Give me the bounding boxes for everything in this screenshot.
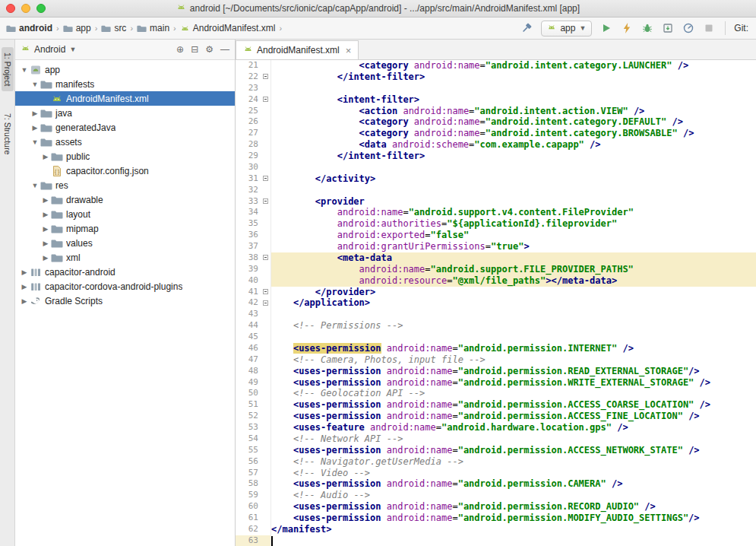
run-config-selector[interactable]: app ▼	[541, 21, 592, 37]
code-line-35[interactable]: 35 android:authorities="${applicationId}…	[236, 218, 756, 230]
fold-marker-icon[interactable]	[263, 289, 268, 294]
code-line-23[interactable]: 23	[236, 83, 756, 94]
tool-button-project[interactable]: 1: Project	[2, 47, 14, 91]
tree-item-xml[interactable]: ▶xml	[15, 250, 235, 265]
breadcrumb-item-androidmanifest-xml[interactable]: AndroidManifest.xml	[179, 21, 277, 35]
code-line-58[interactable]: 58 <uses-permission android:name="androi…	[236, 478, 756, 490]
code-line-57[interactable]: 57 <!-- Video -->	[236, 468, 756, 479]
code-line-43[interactable]: 43	[236, 309, 756, 320]
locate-file-icon[interactable]: ⊕	[176, 44, 184, 55]
tree-item-androidmanifest-xml[interactable]: AndroidManifest.xml	[15, 91, 235, 106]
build-hammer-icon[interactable]	[519, 21, 534, 36]
zoom-window-button[interactable]	[36, 4, 46, 13]
tree-item-java[interactable]: ▶java	[15, 106, 235, 120]
code-line-25[interactable]: 25 <action android:name="android.intent.…	[236, 106, 756, 117]
code-line-55[interactable]: 55 <uses-permission android:name="androi…	[236, 445, 756, 456]
code-line-27[interactable]: 27 <category android:name="android.inten…	[236, 128, 756, 139]
code-line-62[interactable]: 62</manifest>	[236, 524, 756, 535]
code-line-60[interactable]: 60 <uses-permission android:name="androi…	[236, 501, 756, 513]
code-line-61[interactable]: 61 <uses-permission android:name="androi…	[236, 513, 756, 524]
run-button[interactable]	[599, 21, 614, 36]
chevron-right-icon[interactable]: ▶	[30, 124, 40, 132]
code-line-21[interactable]: 21 <category android:name="android.inten…	[236, 60, 756, 71]
code-line-29[interactable]: 29 </intent-filter>	[236, 151, 756, 162]
code-line-53[interactable]: 53 <uses-feature android:name="android.h…	[236, 422, 756, 433]
project-view-selector[interactable]: Android ▼	[21, 43, 76, 56]
code-line-38[interactable]: 38 <meta-data	[236, 252, 756, 264]
code-line-46[interactable]: 46 <uses-permission android:name="androi…	[236, 343, 756, 354]
code-line-28[interactable]: 28 <data android:scheme="com.example.cap…	[236, 139, 756, 151]
attach-debugger-button[interactable]	[660, 21, 675, 36]
close-window-button[interactable]	[6, 4, 15, 13]
tree-item-layout[interactable]: ▶layout	[15, 207, 235, 221]
tree-item-values[interactable]: ▶values	[15, 236, 235, 250]
profiler-button[interactable]	[681, 21, 696, 36]
minimize-window-button[interactable]	[21, 4, 30, 13]
code-line-31[interactable]: 31 </activity>	[236, 173, 756, 185]
chevron-right-icon[interactable]: ▶	[41, 211, 50, 218]
code-line-37[interactable]: 37 android:grantUriPermissions="true">	[236, 241, 756, 252]
fold-marker-icon[interactable]	[263, 255, 268, 260]
breadcrumb-item-main[interactable]: main	[135, 21, 171, 35]
chevron-right-icon[interactable]: ▶	[30, 110, 40, 117]
fold-marker-icon[interactable]	[263, 176, 268, 181]
code-line-54[interactable]: 54 <!-- Network API -->	[236, 433, 756, 445]
tree-item-assets[interactable]: ▼assets	[15, 135, 235, 149]
tree-item-capacitor-cordova-android-plugins[interactable]: ▶capacitor-cordova-android-plugins	[15, 279, 235, 294]
code-line-33[interactable]: 33 <provider	[236, 196, 756, 208]
breadcrumb-item-src[interactable]: src	[100, 21, 128, 35]
code-line-40[interactable]: 40 android:resource="@xml/file_paths"></…	[236, 275, 756, 287]
breadcrumb-item-app[interactable]: app	[62, 21, 93, 35]
code-line-56[interactable]: 56 <!-- Navigator.getUserMedia -->	[236, 456, 756, 468]
tree-item-manifests[interactable]: ▼manifests	[15, 77, 235, 91]
code-line-42[interactable]: 42 </application>	[236, 297, 756, 309]
code-line-32[interactable]: 32	[236, 185, 756, 196]
chevron-right-icon[interactable]: ▶	[20, 283, 29, 290]
tree-item-generatedjava[interactable]: ▶generatedJava	[15, 120, 235, 135]
code-line-47[interactable]: 47 <!-- Camera, Photos, input file -->	[236, 354, 756, 366]
tree-item-res[interactable]: ▼res	[15, 178, 235, 192]
code-line-51[interactable]: 51 <uses-permission android:name="androi…	[236, 399, 756, 411]
apply-changes-button[interactable]	[619, 21, 634, 36]
tree-item-capacitor-android[interactable]: ▶capacitor-android	[15, 265, 235, 279]
code-line-52[interactable]: 52 <uses-permission android:name="androi…	[236, 411, 756, 422]
chevron-right-icon[interactable]: ▶	[20, 268, 29, 276]
code-line-24[interactable]: 24 <intent-filter>	[236, 94, 756, 106]
code-editor[interactable]: 21 <category android:name="android.inten…	[236, 60, 756, 546]
tree-item-app[interactable]: ▼app	[15, 62, 235, 77]
chevron-down-icon[interactable]: ▼	[20, 66, 29, 74]
breadcrumb-item-android[interactable]: android	[5, 21, 54, 35]
code-line-63[interactable]: 63	[236, 535, 756, 546]
chevron-right-icon[interactable]: ▶	[20, 297, 29, 305]
code-line-30[interactable]: 30	[236, 162, 756, 173]
code-line-50[interactable]: 50 <!-- Geolocation API -->	[236, 388, 756, 399]
settings-icon[interactable]: ⚙	[205, 44, 214, 55]
code-line-59[interactable]: 59 <!-- Audio -->	[236, 490, 756, 501]
code-line-45[interactable]: 45	[236, 332, 756, 343]
code-line-34[interactable]: 34 android:name="android.support.v4.cont…	[236, 207, 756, 218]
tree-item-mipmap[interactable]: ▶mipmap	[15, 221, 235, 236]
tree-item-public[interactable]: ▶public	[15, 149, 235, 163]
chevron-right-icon[interactable]: ▶	[41, 240, 50, 247]
code-line-49[interactable]: 49 <uses-permission android:name="androi…	[236, 377, 756, 389]
stop-button[interactable]	[701, 21, 716, 36]
chevron-right-icon[interactable]: ▶	[41, 153, 50, 160]
editor-tab-androidmanifest[interactable]: AndroidManifest.xml ×	[236, 40, 359, 59]
tool-button-structure[interactable]: 7: Structure	[2, 108, 14, 160]
chevron-right-icon[interactable]: ▶	[41, 225, 50, 233]
code-line-41[interactable]: 41 </provider>	[236, 287, 756, 298]
git-label[interactable]: Git:	[734, 23, 748, 33]
code-line-48[interactable]: 48 <uses-permission android:name="androi…	[236, 366, 756, 377]
tree-item-gradle-scripts[interactable]: ▶Gradle Scripts	[15, 294, 235, 308]
chevron-right-icon[interactable]: ▶	[41, 254, 50, 262]
fold-marker-icon[interactable]	[263, 97, 268, 102]
chevron-right-icon[interactable]: ▶	[41, 196, 50, 204]
code-line-39[interactable]: 39 android:name="android.support.FILE_PR…	[236, 264, 756, 275]
chevron-down-icon[interactable]: ▼	[30, 138, 40, 146]
debug-button[interactable]	[640, 21, 655, 36]
tree-item-capacitor-config-json[interactable]: { }capacitor.config.json	[15, 163, 235, 178]
chevron-down-icon[interactable]: ▼	[30, 81, 40, 88]
fold-marker-icon[interactable]	[263, 198, 268, 204]
chevron-down-icon[interactable]: ▼	[30, 182, 40, 189]
fold-marker-icon[interactable]	[263, 300, 268, 306]
